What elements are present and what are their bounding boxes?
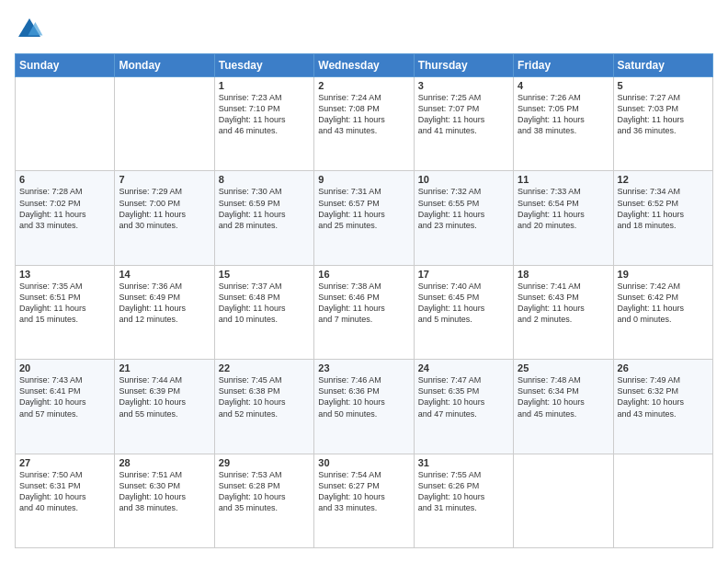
weekday-header: Monday [115, 54, 214, 77]
calendar-cell: 16Sunrise: 7:38 AM Sunset: 6:46 PM Dayli… [314, 265, 414, 359]
day-number: 18 [518, 269, 609, 280]
day-info: Sunrise: 7:28 AM Sunset: 7:02 PM Dayligh… [19, 186, 110, 231]
calendar-cell: 12Sunrise: 7:34 AM Sunset: 6:52 PM Dayli… [613, 171, 712, 265]
page: SundayMondayTuesdayWednesdayThursdayFrid… [0, 0, 728, 563]
day-number: 24 [418, 362, 509, 373]
day-number: 23 [318, 362, 409, 373]
day-number: 27 [19, 457, 110, 468]
day-number: 6 [19, 174, 110, 185]
calendar-header-row: SundayMondayTuesdayWednesdayThursdayFrid… [16, 54, 713, 77]
day-info: Sunrise: 7:47 AM Sunset: 6:35 PM Dayligh… [418, 374, 509, 419]
day-number: 28 [119, 457, 210, 468]
day-info: Sunrise: 7:48 AM Sunset: 6:34 PM Dayligh… [518, 374, 609, 419]
day-number: 12 [618, 174, 709, 185]
day-number: 31 [418, 457, 509, 468]
day-number: 25 [518, 362, 609, 373]
day-info: Sunrise: 7:29 AM Sunset: 7:00 PM Dayligh… [119, 186, 210, 231]
calendar-cell [115, 77, 214, 171]
weekday-header: Thursday [414, 54, 513, 77]
calendar-cell: 1Sunrise: 7:23 AM Sunset: 7:10 PM Daylig… [214, 77, 313, 171]
day-info: Sunrise: 7:31 AM Sunset: 6:57 PM Dayligh… [318, 186, 409, 231]
calendar-week-row: 13Sunrise: 7:35 AM Sunset: 6:51 PM Dayli… [16, 265, 713, 359]
day-number: 2 [318, 80, 409, 91]
day-number: 21 [119, 362, 210, 373]
day-info: Sunrise: 7:35 AM Sunset: 6:51 PM Dayligh… [19, 281, 110, 326]
day-number: 8 [219, 174, 310, 185]
day-info: Sunrise: 7:26 AM Sunset: 7:05 PM Dayligh… [518, 92, 609, 137]
day-info: Sunrise: 7:54 AM Sunset: 6:27 PM Dayligh… [318, 469, 409, 514]
day-number: 17 [418, 269, 509, 280]
calendar-week-row: 6Sunrise: 7:28 AM Sunset: 7:02 PM Daylig… [16, 171, 713, 265]
header [15, 15, 713, 44]
calendar-cell: 10Sunrise: 7:32 AM Sunset: 6:55 PM Dayli… [414, 171, 513, 265]
day-info: Sunrise: 7:24 AM Sunset: 7:08 PM Dayligh… [318, 92, 409, 137]
day-number: 14 [119, 269, 210, 280]
calendar-cell: 3Sunrise: 7:25 AM Sunset: 7:07 PM Daylig… [414, 77, 513, 171]
calendar-cell: 15Sunrise: 7:37 AM Sunset: 6:48 PM Dayli… [214, 265, 313, 359]
calendar-cell: 23Sunrise: 7:46 AM Sunset: 6:36 PM Dayli… [314, 360, 414, 454]
calendar-cell: 11Sunrise: 7:33 AM Sunset: 6:54 PM Dayli… [514, 171, 613, 265]
calendar-cell: 8Sunrise: 7:30 AM Sunset: 6:59 PM Daylig… [214, 171, 313, 265]
day-info: Sunrise: 7:41 AM Sunset: 6:43 PM Dayligh… [518, 281, 609, 326]
day-info: Sunrise: 7:23 AM Sunset: 7:10 PM Dayligh… [219, 92, 310, 137]
day-info: Sunrise: 7:45 AM Sunset: 6:38 PM Dayligh… [219, 374, 310, 419]
calendar-cell: 18Sunrise: 7:41 AM Sunset: 6:43 PM Dayli… [514, 265, 613, 359]
calendar-week-row: 20Sunrise: 7:43 AM Sunset: 6:41 PM Dayli… [16, 360, 713, 454]
day-number: 30 [318, 457, 409, 468]
day-info: Sunrise: 7:34 AM Sunset: 6:52 PM Dayligh… [618, 186, 709, 231]
calendar-cell: 2Sunrise: 7:24 AM Sunset: 7:08 PM Daylig… [314, 77, 414, 171]
day-info: Sunrise: 7:49 AM Sunset: 6:32 PM Dayligh… [618, 374, 709, 419]
calendar-week-row: 1Sunrise: 7:23 AM Sunset: 7:10 PM Daylig… [16, 77, 713, 171]
day-number: 22 [219, 362, 310, 373]
day-number: 10 [418, 174, 509, 185]
weekday-header: Sunday [16, 54, 115, 77]
calendar-cell: 6Sunrise: 7:28 AM Sunset: 7:02 PM Daylig… [16, 171, 115, 265]
day-info: Sunrise: 7:30 AM Sunset: 6:59 PM Dayligh… [219, 186, 310, 231]
day-number: 9 [318, 174, 409, 185]
calendar-cell: 17Sunrise: 7:40 AM Sunset: 6:45 PM Dayli… [414, 265, 513, 359]
calendar-cell: 21Sunrise: 7:44 AM Sunset: 6:39 PM Dayli… [115, 360, 214, 454]
calendar-cell: 13Sunrise: 7:35 AM Sunset: 6:51 PM Dayli… [16, 265, 115, 359]
day-info: Sunrise: 7:33 AM Sunset: 6:54 PM Dayligh… [518, 186, 609, 231]
day-number: 16 [318, 269, 409, 280]
calendar-table: SundayMondayTuesdayWednesdayThursdayFrid… [15, 53, 713, 548]
logo-icon [15, 15, 44, 44]
calendar-cell: 25Sunrise: 7:48 AM Sunset: 6:34 PM Dayli… [514, 360, 613, 454]
day-number: 20 [19, 362, 110, 373]
day-number: 26 [618, 362, 709, 373]
calendar-week-row: 27Sunrise: 7:50 AM Sunset: 6:31 PM Dayli… [16, 454, 713, 547]
calendar-cell: 24Sunrise: 7:47 AM Sunset: 6:35 PM Dayli… [414, 360, 513, 454]
calendar-cell: 14Sunrise: 7:36 AM Sunset: 6:49 PM Dayli… [115, 265, 214, 359]
day-number: 1 [219, 80, 310, 91]
calendar-cell: 7Sunrise: 7:29 AM Sunset: 7:00 PM Daylig… [115, 171, 214, 265]
day-number: 19 [618, 269, 709, 280]
weekday-header: Saturday [613, 54, 712, 77]
day-info: Sunrise: 7:36 AM Sunset: 6:49 PM Dayligh… [119, 281, 210, 326]
calendar-cell: 9Sunrise: 7:31 AM Sunset: 6:57 PM Daylig… [314, 171, 414, 265]
calendar-cell [16, 77, 115, 171]
day-info: Sunrise: 7:38 AM Sunset: 6:46 PM Dayligh… [318, 281, 409, 326]
logo [15, 15, 48, 44]
weekday-header: Wednesday [314, 54, 414, 77]
day-info: Sunrise: 7:27 AM Sunset: 7:03 PM Dayligh… [618, 92, 709, 137]
day-number: 13 [19, 269, 110, 280]
day-number: 7 [119, 174, 210, 185]
calendar-cell: 31Sunrise: 7:55 AM Sunset: 6:26 PM Dayli… [414, 454, 513, 547]
day-number: 11 [518, 174, 609, 185]
day-info: Sunrise: 7:50 AM Sunset: 6:31 PM Dayligh… [19, 469, 110, 514]
day-info: Sunrise: 7:37 AM Sunset: 6:48 PM Dayligh… [219, 281, 310, 326]
calendar-cell: 28Sunrise: 7:51 AM Sunset: 6:30 PM Dayli… [115, 454, 214, 547]
calendar-cell: 26Sunrise: 7:49 AM Sunset: 6:32 PM Dayli… [613, 360, 712, 454]
day-info: Sunrise: 7:51 AM Sunset: 6:30 PM Dayligh… [119, 469, 210, 514]
calendar-cell: 19Sunrise: 7:42 AM Sunset: 6:42 PM Dayli… [613, 265, 712, 359]
day-info: Sunrise: 7:43 AM Sunset: 6:41 PM Dayligh… [19, 374, 110, 419]
calendar-cell: 27Sunrise: 7:50 AM Sunset: 6:31 PM Dayli… [16, 454, 115, 547]
day-info: Sunrise: 7:46 AM Sunset: 6:36 PM Dayligh… [318, 374, 409, 419]
calendar-cell: 22Sunrise: 7:45 AM Sunset: 6:38 PM Dayli… [214, 360, 313, 454]
calendar-cell: 20Sunrise: 7:43 AM Sunset: 6:41 PM Dayli… [16, 360, 115, 454]
day-info: Sunrise: 7:55 AM Sunset: 6:26 PM Dayligh… [418, 469, 509, 514]
weekday-header: Friday [514, 54, 613, 77]
day-info: Sunrise: 7:42 AM Sunset: 6:42 PM Dayligh… [618, 281, 709, 326]
day-info: Sunrise: 7:25 AM Sunset: 7:07 PM Dayligh… [418, 92, 509, 137]
day-number: 5 [618, 80, 709, 91]
